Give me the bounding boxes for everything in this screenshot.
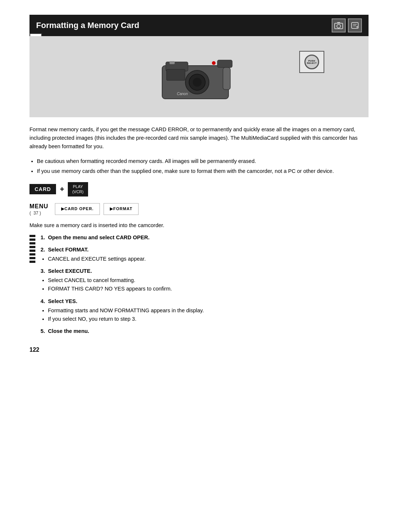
camera-illustration: Canon — [140, 47, 258, 106]
plus-sign: + — [60, 185, 64, 194]
step-3-bullet-1: Select CANCEL to cancel formatting. — [48, 276, 369, 285]
card-icon — [348, 18, 362, 32]
step-2-bullet-1: CANCEL and EXECUTE settings appear. — [48, 255, 369, 263]
step-3-title: 3. Select EXECUTE. — [41, 268, 92, 274]
svg-rect-2 — [337, 22, 340, 24]
header-bar: Formatting a Memory Card — [29, 15, 369, 36]
step-1-title: 1. Open the menu and select CARD OPER. — [41, 234, 150, 240]
step-3-bullet-2: FORMAT THIS CARD? NO YES appears to conf… — [48, 285, 369, 293]
svg-point-11 — [193, 78, 202, 87]
menu-ref: ( 37 ) — [29, 211, 41, 216]
steps-wrapper: 1. Open the menu and select CARD OPER. 2… — [29, 233, 369, 336]
step-5: 5. Close the menu. — [41, 327, 369, 335]
menu-label-block: MENU ( 37 ) — [29, 203, 48, 216]
bar-line — [29, 253, 35, 255]
page-title: Formatting a Memory Card — [36, 21, 139, 30]
bar-line — [29, 250, 35, 252]
step-2: 2. Select FORMAT. CANCEL and EXECUTE set… — [41, 246, 369, 263]
dial-box: PUSHSELECT — [299, 51, 324, 73]
svg-point-15 — [212, 61, 216, 65]
svg-rect-17 — [167, 69, 185, 80]
image-area: Canon PUSHSELECT — [29, 36, 369, 117]
bar-line — [29, 239, 35, 241]
button-diagram: CARD + PLAY (VCR) — [29, 182, 369, 197]
svg-rect-12 — [217, 60, 232, 67]
bar-line — [29, 242, 35, 244]
menu-diagram: MENU ( 37 ) ▶CARD OPER. ▶FORMAT — [29, 203, 369, 216]
step-1: 1. Open the menu and select CARD OPER. — [41, 233, 369, 242]
dial-circle: PUSHSELECT — [304, 55, 319, 69]
menu-label: MENU — [29, 203, 48, 210]
step-2-title: 2. Select FORMAT. — [41, 247, 88, 253]
step-5-title: 5. Close the menu. — [41, 328, 89, 334]
menu-format-box: ▶FORMAT — [104, 203, 139, 215]
menu-card-oper-text: ▶CARD OPER. — [61, 206, 94, 211]
step-4-bullet-2: If you select NO, you return to step 3. — [48, 315, 369, 323]
step-4: 4. Select YES. Formatting starts and NOW… — [41, 297, 369, 324]
bar-line — [29, 235, 35, 237]
body-text: Format new memory cards, if you get the … — [29, 125, 369, 151]
bar-line — [29, 261, 35, 263]
left-bars — [29, 233, 35, 263]
step-3: 3. Select EXECUTE. Select CANCEL to canc… — [41, 267, 369, 293]
svg-rect-13 — [223, 67, 230, 90]
bullet-list: Be cautious when formatting recorded mem… — [29, 157, 369, 175]
svg-point-6 — [356, 26, 358, 28]
page-number: 122 — [29, 347, 369, 353]
menu-card-oper-box: ▶CARD OPER. — [55, 203, 100, 215]
bullet-item: If you use memory cards other than the s… — [37, 167, 369, 175]
play-vcr-button: PLAY (VCR) — [68, 182, 88, 197]
menu-format-text: ▶FORMAT — [110, 206, 132, 211]
step-3-bullets: Select CANCEL to cancel formatting. FORM… — [41, 276, 369, 293]
svg-rect-14 — [170, 61, 175, 64]
svg-text:Canon: Canon — [177, 92, 188, 96]
step-4-title: 4. Select YES. — [41, 298, 77, 304]
make-sure-text: Make sure a memory card is inserted into… — [29, 222, 369, 228]
header-icons — [332, 18, 362, 32]
bar-line — [29, 246, 35, 248]
step-2-bullets: CANCEL and EXECUTE settings appear. — [41, 255, 369, 263]
step-4-bullets: Formatting starts and NOW FORMATTING app… — [41, 306, 369, 323]
bullet-item: Be cautious when formatting recorded mem… — [37, 157, 369, 166]
svg-point-1 — [337, 24, 341, 28]
camera-icon — [332, 18, 346, 32]
bar-line — [29, 257, 35, 259]
step-4-bullet-1: Formatting starts and NOW FORMATTING app… — [48, 306, 369, 315]
card-button: CARD — [29, 184, 56, 194]
